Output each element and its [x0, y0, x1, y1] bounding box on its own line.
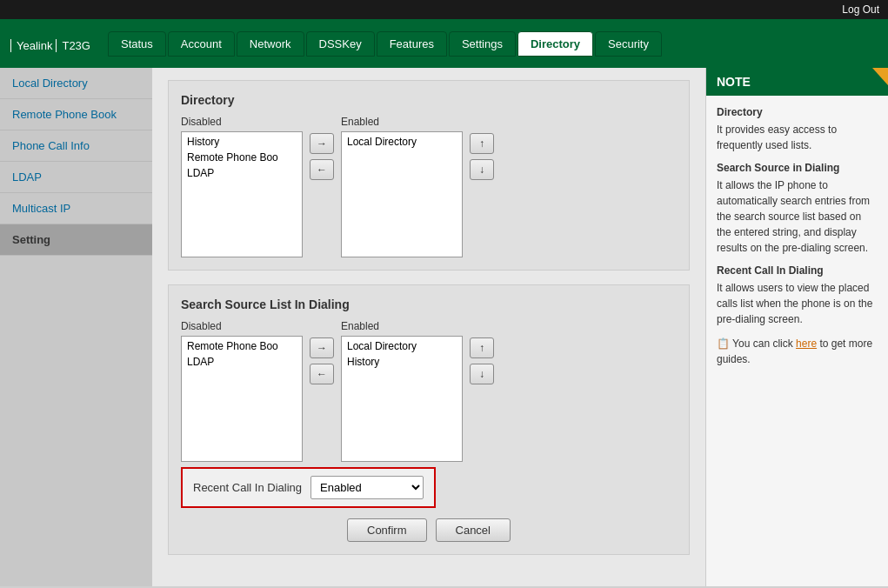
nav-tab-dsskey[interactable]: DSSKey	[306, 31, 375, 57]
dir-enabled-list[interactable]: Local Directory	[341, 131, 463, 257]
list-item[interactable]: Remote Phone Boo	[184, 338, 300, 354]
enabled-label: Enabled	[341, 116, 463, 128]
directory-row: Disabled HistoryRemote Phone BooLDAP → ←…	[181, 116, 677, 257]
dir-arrow-col: → ←	[310, 133, 334, 180]
header: YealinkT23G StatusAccountNetworkDSSKeyFe…	[0, 19, 888, 68]
search-row: Disabled Remote Phone BooLDAP → ← Enable…	[181, 320, 677, 462]
dir-updown-col: ↑ ↓	[470, 133, 494, 180]
note-guide-link[interactable]: here	[796, 337, 817, 350]
search-arrow-col: → ←	[310, 337, 334, 384]
dir-move-down-button[interactable]: ↓	[470, 159, 494, 180]
search-updown-col: ↑ ↓	[470, 337, 494, 384]
sidebar-item-local-directory[interactable]: Local Directory	[0, 68, 152, 99]
logout-button[interactable]: Log Out	[842, 3, 879, 16]
nav-tab-settings[interactable]: Settings	[449, 31, 516, 57]
sidebar-item-remote-phone-book[interactable]: Remote Phone Book	[0, 99, 152, 130]
dir-move-left-button[interactable]: ←	[310, 159, 334, 180]
search-disabled-label: Disabled	[181, 320, 303, 332]
sidebar-item-ldap[interactable]: LDAP	[0, 162, 152, 193]
list-item[interactable]: History	[344, 354, 460, 370]
search-move-down-button[interactable]: ↓	[470, 364, 494, 384]
note-header: NOTE	[706, 68, 888, 96]
search-enabled-label: Enabled	[341, 320, 463, 332]
nav-tab-network[interactable]: Network	[237, 31, 304, 57]
section1-title: Directory	[181, 93, 677, 107]
logo: YealinkT23G	[7, 34, 90, 54]
note-content: DirectoryIt provides easy access to freq…	[706, 96, 888, 376]
sidebar-item-multicast-ip[interactable]: Multicast IP	[0, 193, 152, 224]
main-layout: Local DirectoryRemote Phone BookPhone Ca…	[0, 68, 888, 586]
note-section-title: Search Source in Dialing	[717, 160, 878, 176]
action-row: Confirm Cancel	[181, 518, 677, 542]
recent-call-dropdown[interactable]: EnabledDisabled	[310, 476, 424, 499]
model-name: T23G	[56, 39, 90, 52]
search-disabled-list[interactable]: Remote Phone BooLDAP	[181, 336, 303, 462]
nav-tab-account[interactable]: Account	[168, 31, 235, 57]
list-item[interactable]: History	[184, 134, 300, 150]
nav-tab-features[interactable]: Features	[377, 31, 447, 57]
disabled-label: Disabled	[181, 116, 303, 128]
cancel-button[interactable]: Cancel	[436, 518, 511, 542]
section2-title: Search Source List In Dialing	[181, 297, 677, 311]
dir-move-up-button[interactable]: ↑	[470, 133, 494, 154]
list-item[interactable]: Local Directory	[344, 134, 460, 150]
dir-disabled-list[interactable]: HistoryRemote Phone BooLDAP	[181, 131, 303, 257]
recent-call-label: Recent Call In Dialing	[193, 481, 302, 494]
directory-section: Directory Disabled HistoryRemote Phone B…	[168, 80, 690, 271]
search-source-section: Search Source List In Dialing Disabled R…	[168, 284, 690, 555]
dir-move-right-button[interactable]: →	[310, 133, 334, 154]
list-item[interactable]: LDAP	[184, 354, 300, 370]
confirm-button[interactable]: Confirm	[347, 518, 427, 542]
search-enabled-col: Enabled Local DirectoryHistory	[341, 320, 463, 462]
search-move-up-button[interactable]: ↑	[470, 337, 494, 358]
nav-tab-security[interactable]: Security	[595, 31, 662, 57]
search-move-right-button[interactable]: →	[310, 337, 334, 358]
nav-tab-status[interactable]: Status	[108, 31, 166, 57]
nav-tab-directory[interactable]: Directory	[517, 31, 593, 57]
note-section-text: It provides easy access to frequently us…	[717, 122, 878, 153]
note-guide: 📋 You can click here to get more guides.	[717, 336, 878, 367]
top-bar: Log Out	[0, 0, 888, 19]
note-panel: NOTE DirectoryIt provides easy access to…	[705, 68, 888, 586]
note-section-title: Directory	[717, 104, 878, 120]
search-disabled-col: Disabled Remote Phone BooLDAP	[181, 320, 303, 462]
brand-name: Yealink	[10, 39, 52, 52]
note-section-text: It allows the IP phone to automatically …	[717, 177, 878, 256]
dir-enabled-col: Enabled Local Directory	[341, 116, 463, 257]
content-area: Directory Disabled HistoryRemote Phone B…	[152, 68, 705, 586]
search-enabled-list[interactable]: Local DirectoryHistory	[341, 336, 463, 462]
sidebar: Local DirectoryRemote Phone BookPhone Ca…	[0, 68, 152, 586]
search-move-left-button[interactable]: ←	[310, 364, 334, 384]
list-item[interactable]: Local Directory	[344, 338, 460, 354]
note-section-title: Recent Call In Dialing	[717, 263, 878, 278]
nav-tabs: StatusAccountNetworkDSSKeyFeaturesSettin…	[108, 31, 662, 57]
note-section-text: It allows users to view the placed calls…	[717, 280, 878, 327]
recent-call-row: Recent Call In Dialing EnabledDisabled	[181, 467, 436, 508]
sidebar-item-setting[interactable]: Setting	[0, 224, 152, 256]
sidebar-item-phone-call-info[interactable]: Phone Call Info	[0, 130, 152, 162]
dir-disabled-col: Disabled HistoryRemote Phone BooLDAP	[181, 116, 303, 257]
list-item[interactable]: Remote Phone Boo	[184, 150, 300, 165]
list-item[interactable]: LDAP	[184, 165, 300, 181]
